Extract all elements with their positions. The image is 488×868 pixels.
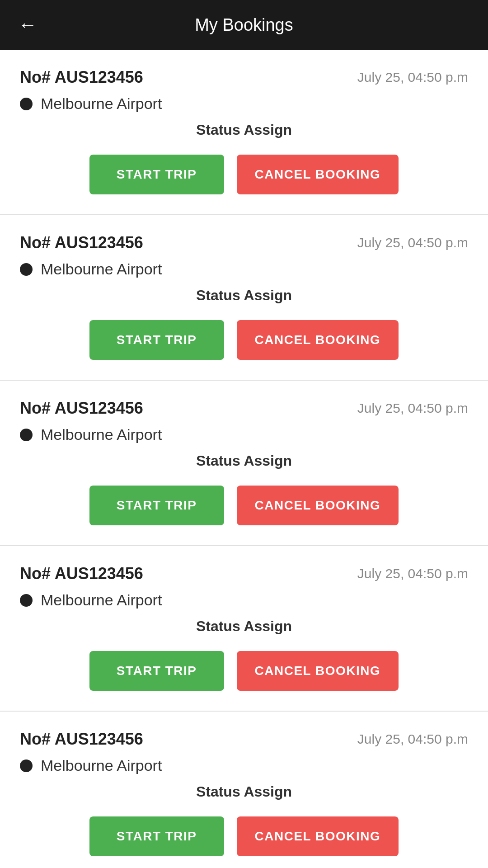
cancel-booking-button-5[interactable]: CANCEL BOOKING <box>237 816 399 856</box>
location-name-4: Melbourne Airport <box>41 591 162 609</box>
booking-actions-2: START TRIP CANCEL BOOKING <box>20 320 468 360</box>
booking-date-2: July 25, 04:50 p.m <box>357 235 468 250</box>
cancel-booking-button-4[interactable]: CANCEL BOOKING <box>237 651 399 691</box>
location-dot-icon-2 <box>20 263 33 276</box>
booking-date-5: July 25, 04:50 p.m <box>357 731 468 747</box>
booking-date-3: July 25, 04:50 p.m <box>357 401 468 416</box>
booking-card-1: No# AUS123456 July 25, 04:50 p.m Melbour… <box>0 50 488 215</box>
booking-number-4: No# AUS123456 <box>20 564 143 583</box>
cancel-booking-button-3[interactable]: CANCEL BOOKING <box>237 486 399 525</box>
location-name-1: Melbourne Airport <box>41 95 162 113</box>
start-trip-button-1[interactable]: START TRIP <box>89 155 224 194</box>
booking-number-5: No# AUS123456 <box>20 730 143 749</box>
booking-actions-1: START TRIP CANCEL BOOKING <box>20 155 468 194</box>
booking-location-5: Melbourne Airport <box>20 757 468 774</box>
booking-number-1: No# AUS123456 <box>20 68 143 87</box>
start-trip-button-5[interactable]: START TRIP <box>89 816 224 856</box>
booking-card-2: No# AUS123456 July 25, 04:50 p.m Melbour… <box>0 215 488 381</box>
start-trip-button-4[interactable]: START TRIP <box>89 651 224 691</box>
booking-number-3: No# AUS123456 <box>20 399 143 418</box>
booking-actions-3: START TRIP CANCEL BOOKING <box>20 486 468 525</box>
booking-actions-4: START TRIP CANCEL BOOKING <box>20 651 468 691</box>
booking-date-4: July 25, 04:50 p.m <box>357 566 468 581</box>
booking-location-4: Melbourne Airport <box>20 591 468 609</box>
back-button[interactable]: ← <box>18 14 37 36</box>
booking-location-3: Melbourne Airport <box>20 426 468 443</box>
status-label-3: Status Assign <box>20 453 468 469</box>
start-trip-button-3[interactable]: START TRIP <box>89 486 224 525</box>
booking-location-1: Melbourne Airport <box>20 95 468 113</box>
location-name-2: Melbourne Airport <box>41 260 162 278</box>
booking-actions-5: START TRIP CANCEL BOOKING <box>20 816 468 856</box>
status-label-5: Status Assign <box>20 783 468 800</box>
status-label-2: Status Assign <box>20 287 468 304</box>
booking-header-2: No# AUS123456 July 25, 04:50 p.m <box>20 233 468 252</box>
booking-header-5: No# AUS123456 July 25, 04:50 p.m <box>20 730 468 749</box>
page-title: My Bookings <box>195 15 293 35</box>
booking-header-3: No# AUS123456 July 25, 04:50 p.m <box>20 399 468 418</box>
status-label-4: Status Assign <box>20 618 468 635</box>
location-dot-icon-4 <box>20 594 33 607</box>
start-trip-button-2[interactable]: START TRIP <box>89 320 224 360</box>
cancel-booking-button-1[interactable]: CANCEL BOOKING <box>237 155 399 194</box>
booking-header-1: No# AUS123456 July 25, 04:50 p.m <box>20 68 468 87</box>
bookings-list: No# AUS123456 July 25, 04:50 p.m Melbour… <box>0 50 488 868</box>
booking-date-1: July 25, 04:50 p.m <box>357 70 468 85</box>
status-label-1: Status Assign <box>20 122 468 138</box>
location-dot-icon-5 <box>20 760 33 772</box>
booking-header-4: No# AUS123456 July 25, 04:50 p.m <box>20 564 468 583</box>
booking-card-5: No# AUS123456 July 25, 04:50 p.m Melbour… <box>0 712 488 868</box>
location-name-5: Melbourne Airport <box>41 757 162 774</box>
location-dot-icon-3 <box>20 429 33 441</box>
location-name-3: Melbourne Airport <box>41 426 162 443</box>
cancel-booking-button-2[interactable]: CANCEL BOOKING <box>237 320 399 360</box>
booking-location-2: Melbourne Airport <box>20 260 468 278</box>
booking-number-2: No# AUS123456 <box>20 233 143 252</box>
app-header: ← My Bookings <box>0 0 488 50</box>
location-dot-icon-1 <box>20 98 33 110</box>
booking-card-3: No# AUS123456 July 25, 04:50 p.m Melbour… <box>0 381 488 546</box>
booking-card-4: No# AUS123456 July 25, 04:50 p.m Melbour… <box>0 546 488 712</box>
